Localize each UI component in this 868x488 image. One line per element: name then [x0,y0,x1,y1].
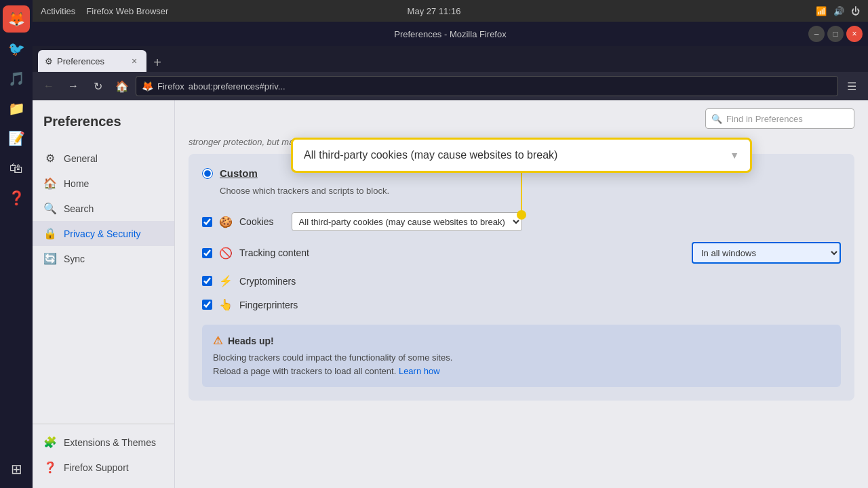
writer-icon: 📝 [8,130,25,146]
sidebar-item-search[interactable]: 🔍 Search [33,196,174,221]
help-app-icon: ❓ [8,190,25,206]
activity-help[interactable]: ❓ [3,184,30,211]
heads-up-box: ⚠ Heads up! Blocking trackers could impa… [202,325,841,387]
sidebar-label-search: Search [64,203,94,214]
custom-section: Custom Choose which trackers and scripts… [189,154,854,401]
cryptominers-label: Cryptominers [239,276,296,287]
menu-button[interactable]: ☰ [841,75,863,97]
sidebar-label-extensions: Extensions & Themes [64,437,156,448]
sidebar-item-extensions[interactable]: 🧩 Extensions & Themes [33,430,174,455]
cookies-row: 🍪 Cookies All third-party cookies (may c… [202,207,841,237]
tracking-label: Tracking content [239,247,309,258]
heads-up-line1: Blocking trackers could impact the funct… [213,352,452,363]
sidebar-item-privacy[interactable]: 🔒 Privacy & Security [33,221,174,246]
sidebar-label-home: Home [64,178,89,189]
window-title: Preferences - Mozilla Firefox [394,29,506,39]
preferences-tab[interactable]: ⚙ Preferences × [38,50,146,72]
home-button[interactable]: 🏠 [111,75,133,97]
extensions-icon: 🧩 [43,436,57,449]
cryptominers-checkbox[interactable] [202,276,212,286]
fingerprinters-row: 👆 Fingerprinters [202,293,841,317]
sidebar-item-support[interactable]: ❓ Firefox Support [33,455,174,480]
fingerprinters-label: Fingerprinters [239,300,298,310]
browser-content: Preferences ⚙ General 🏠 Home 🔍 Search [33,100,868,488]
address-prefix: Firefox [157,81,184,92]
cryptominers-icon: ⚡ [219,274,233,287]
rhythmbox-icon: 🎵 [8,70,25,87]
reload-button[interactable]: ↻ [87,75,108,97]
address-favicon: 🦊 [142,81,153,92]
maximize-button[interactable]: □ [827,26,844,42]
window-controls: – □ × [808,26,863,42]
sidebar-item-sync[interactable]: 🔄 Sync [33,246,174,271]
address-bar[interactable]: 🦊 Firefox about:preferences#priv... [136,76,838,96]
cookies-icon: 🍪 [219,216,233,228]
tab-bar: ⚙ Preferences × + [33,46,868,72]
system-bar: Activities Firefox Web Browser May 27 11… [33,0,868,22]
minimize-button[interactable]: – [808,26,825,42]
activity-rhythmbox[interactable]: 🎵 [3,65,30,92]
sync-icon: 🔄 [43,252,57,265]
custom-header: Custom [202,167,841,179]
sidebar-title: Preferences [43,114,163,129]
cookies-select[interactable]: All third-party cookies (may cause websi… [292,212,522,231]
volume-icon: 🔊 [833,6,844,16]
activity-firefox[interactable]: 🦊 [3,5,30,33]
warning-icon: ⚠ [213,334,222,347]
support-icon: ❓ [43,461,57,474]
tracking-row: 🚫 Tracking content In all windows [202,237,841,269]
fingerprinters-icon: 👆 [219,298,233,311]
find-placeholder: Find in Preferences [726,114,803,124]
network-icon: 📶 [816,6,827,16]
tab-icon: ⚙ [45,56,53,66]
activity-bar: 🦊 🐦 🎵 📁 📝 🛍 ❓ ⊞ [0,0,33,488]
find-bar[interactable]: 🔍 Find in Preferences [705,108,854,129]
heads-up-text: Blocking trackers could impact the funct… [213,351,830,378]
cookies-checkbox[interactable] [202,217,212,227]
tracking-checkbox[interactable] [202,248,212,258]
title-bar: Preferences - Mozilla Firefox – □ × [33,22,868,46]
activity-writer[interactable]: 📝 [3,125,30,152]
cookies-label: Cookies [239,216,274,227]
activity-thunderbird[interactable]: 🐦 [3,35,30,62]
forward-button[interactable]: → [62,75,84,97]
apps-grid-icon: ⊞ [11,461,22,477]
app-name-label: Firefox Web Browser [86,6,168,16]
general-icon: ⚙ [43,152,57,165]
fingerprinters-checkbox[interactable] [202,300,212,310]
activity-software[interactable]: 🛍 [3,155,30,182]
nav-bar: ← → ↻ 🏠 🦊 Firefox about:preferences#priv… [33,72,868,100]
privacy-icon: 🔒 [43,227,57,240]
activity-apps-grid[interactable]: ⊞ [3,455,30,483]
sidebar-item-home[interactable]: 🏠 Home [33,171,174,196]
sidebar-bottom: 🧩 Extensions & Themes ❓ Firefox Support [33,424,174,480]
close-button[interactable]: × [846,26,863,42]
tracking-select[interactable]: In all windows [692,242,841,264]
find-icon: 🔍 [711,114,722,124]
faded-protection-text: stronger protection, but may cause some … [189,137,854,154]
sidebar-label-sync: Sync [64,253,85,264]
sidebar-label-privacy: Privacy & Security [64,228,141,239]
custom-description: Choose which trackers and scripts to blo… [202,186,841,196]
sidebar-label-support: Firefox Support [64,462,129,473]
firefox-icon: 🦊 [8,11,25,27]
tracking-icon: 🚫 [219,247,233,260]
sidebar-item-general[interactable]: ⚙ General [33,146,174,171]
activities-label[interactable]: Activities [41,6,75,16]
new-tab-button[interactable]: + [148,53,167,72]
sidebar-label-general: General [64,153,98,164]
software-icon: 🛍 [9,161,23,176]
tab-close-button[interactable]: × [129,56,140,66]
heads-up-line2: Reload a page with trackers to load all … [213,366,396,376]
datetime-label: May 27 11:16 [408,6,461,16]
back-button[interactable]: ← [38,75,60,97]
search-bar-wrapper: 🔍 Find in Preferences [175,100,868,137]
sidebar-nav: ⚙ General 🏠 Home 🔍 Search 🔒 Privacy & Se… [33,146,174,424]
sidebar: Preferences ⚙ General 🏠 Home 🔍 Search [33,100,175,488]
learn-how-link[interactable]: Learn how [399,366,440,376]
activity-files[interactable]: 📁 [3,95,30,122]
files-icon: 📁 [8,100,25,117]
power-icon[interactable]: ⏻ [851,6,860,16]
home-icon: 🏠 [43,177,57,190]
custom-radio[interactable] [202,168,213,179]
